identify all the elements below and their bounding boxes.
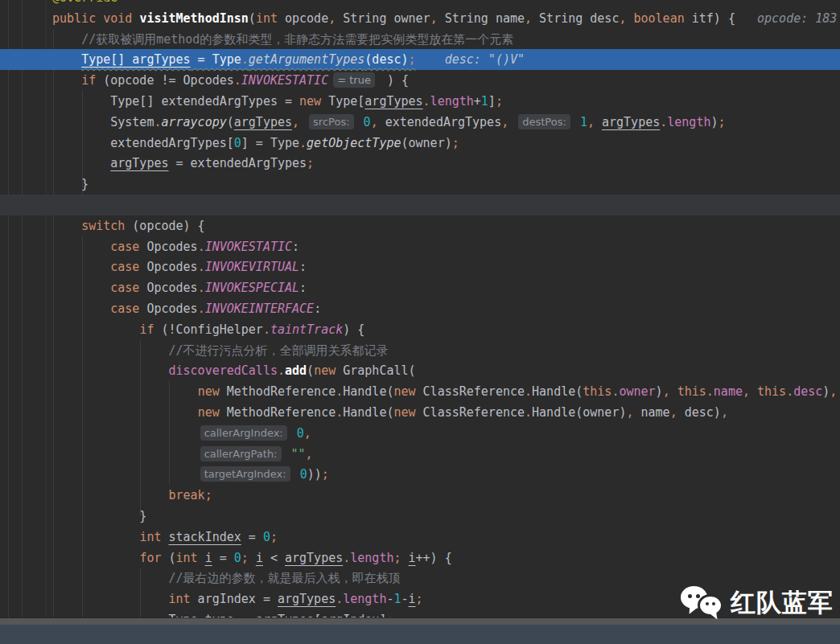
empty-line-highlight[interactable]: [0, 195, 840, 215]
code-token: opcode: 183: [735, 11, 837, 26]
code-token: [52, 281, 110, 295]
code-line[interactable]: int stackIndex = 0;: [0, 527, 840, 548]
code-token: :: [314, 301, 321, 316]
code-token: ;: [718, 115, 725, 129]
code-line[interactable]: Type[] extendedArgTypes = new Type[argTy…: [0, 91, 840, 112]
code-token: ,: [525, 11, 532, 26]
code-token: [284, 447, 291, 461]
code-token: [401, 551, 409, 565]
code-line[interactable]: @Override: [0, 0, 840, 8]
code-token: [52, 551, 139, 565]
wechat-eye: [688, 594, 692, 598]
code-line[interactable]: case Opcodes.INVOKESPECIAL:: [0, 277, 840, 298]
code-line[interactable]: if (opcode != Opcodes.INVOKESTATIC= true…: [0, 70, 840, 91]
code-token: ;: [496, 94, 503, 109]
code-token: 1: [580, 115, 587, 129]
code-token: ;: [409, 52, 416, 67]
code-token: ClassReference: [416, 405, 525, 420]
code-token: -: [401, 592, 409, 606]
code-token: Opcodes: [139, 281, 197, 295]
code-token: length: [350, 551, 393, 565]
code-token: .: [263, 322, 270, 337]
code-token: ,: [743, 384, 750, 399]
code-token: (: [307, 363, 314, 378]
code-token: ,: [304, 426, 311, 441]
code-line[interactable]: //不进行污点分析，全部调用关系都记录: [0, 340, 840, 361]
code-token: ;: [270, 530, 278, 544]
code-line[interactable]: callerArgIndex: 0,: [0, 423, 840, 444]
code-token: this: [757, 384, 786, 399]
code-token: length: [430, 94, 474, 109]
code-token: [52, 156, 110, 170]
code-token: 0: [297, 426, 304, 441]
code-token: ;: [452, 136, 459, 150]
code-area[interactable]: @Overridepublic void visitMethodInsn(int…: [0, 0, 840, 617]
code-token: [356, 115, 364, 129]
code-line[interactable]: switch (opcode) {: [0, 215, 840, 236]
code-line[interactable]: extendedArgTypes[0] = Type.getObjectType…: [0, 133, 840, 154]
code-token: new: [393, 384, 415, 399]
code-token: INVOKEINTERFACE: [205, 301, 314, 316]
code-token: int: [176, 551, 198, 565]
code-line[interactable]: }: [0, 506, 840, 527]
code-token: ;: [393, 551, 401, 565]
code-token: GraphCall(: [336, 363, 415, 378]
code-line[interactable]: discoveredCalls.add(new GraphCall(: [0, 360, 840, 381]
code-token: Handle(: [343, 405, 393, 420]
code-line[interactable]: case Opcodes.INVOKESTATIC:: [0, 236, 840, 257]
code-token: @Override: [52, 0, 117, 5]
code-line[interactable]: if (!ConfigHelper.taintTrack) {: [0, 319, 840, 340]
code-line[interactable]: targetArgIndex: 0));: [0, 464, 840, 485]
code-token: [299, 115, 307, 129]
code-token: switch: [81, 219, 125, 233]
code-line[interactable]: }: [0, 174, 840, 195]
code-line[interactable]: case Opcodes.INVOKEINTERFACE:: [0, 298, 840, 319]
code-token: int: [169, 592, 191, 606]
code-token: length: [667, 115, 710, 129]
execution-point-line[interactable]: Type[] argTypes = Type.getArgumentTypes(…: [0, 49, 840, 70]
code-line[interactable]: new MethodReference.Handle(new ClassRefe…: [0, 402, 840, 423]
code-token: case: [110, 240, 139, 254]
parameter-hint-chip[interactable]: destPos:: [518, 114, 570, 129]
code-token: ): [656, 384, 663, 399]
code-token: case: [110, 260, 139, 274]
code-token: discoveredCalls: [169, 363, 278, 378]
code-token: Type[] argTypes: [81, 52, 190, 67]
code-token: //获取被调用method的参数和类型，非静态方法需要把实例类型放在第一个元素: [81, 32, 513, 47]
parameter-hint-chip[interactable]: callerArgPath:: [200, 446, 282, 461]
parameter-hint-chip[interactable]: callerArgIndex:: [200, 425, 287, 441]
code-line[interactable]: argTypes = extendedArgTypes;: [0, 153, 840, 174]
code-token: [52, 384, 198, 399]
code-token: ,: [663, 384, 670, 399]
debugger-value-chip[interactable]: = true: [333, 72, 375, 88]
code-line[interactable]: callerArgPath: "",: [0, 444, 840, 465]
code-token: argTypes: [110, 156, 168, 170]
code-line[interactable]: //获取被调用method的参数和类型，非静态方法需要把实例类型放在第一个元素: [0, 29, 840, 50]
code-token: [52, 52, 81, 67]
code-token: [52, 343, 169, 358]
parameter-hint-chip[interactable]: targetArgIndex:: [200, 466, 290, 482]
code-token: [52, 488, 169, 502]
code-token: 0: [364, 115, 371, 129]
code-line[interactable]: break;: [0, 485, 840, 506]
code-token: i: [256, 551, 263, 565]
code-token: .: [706, 384, 714, 399]
code-line[interactable]: public void visitMethodInsn(int opcode, …: [0, 8, 840, 29]
code-token: .: [336, 592, 343, 606]
code-token: 0: [234, 136, 241, 150]
code-line[interactable]: new MethodReference.Handle(new ClassRefe…: [0, 381, 840, 402]
code-token: Opcodes: [139, 240, 197, 254]
code-line[interactable]: System.arraycopy(argTypes, srcPos: 0, ex…: [0, 112, 840, 133]
code-token: [52, 260, 110, 274]
code-token: [52, 363, 169, 378]
parameter-hint-chip[interactable]: srcPos:: [309, 114, 353, 129]
code-token: arraycopy: [161, 115, 226, 129]
code-token: [293, 467, 300, 482]
code-token: ) {: [380, 73, 409, 88]
code-line[interactable]: for (int i = 0; i < argTypes.length; i++…: [0, 548, 840, 568]
code-token: new: [299, 94, 321, 109]
code-token: :: [299, 260, 307, 274]
code-token: .: [343, 551, 350, 565]
code-line[interactable]: case Opcodes.INVOKEVIRTUAL:: [0, 256, 840, 277]
code-token: [52, 405, 198, 420]
